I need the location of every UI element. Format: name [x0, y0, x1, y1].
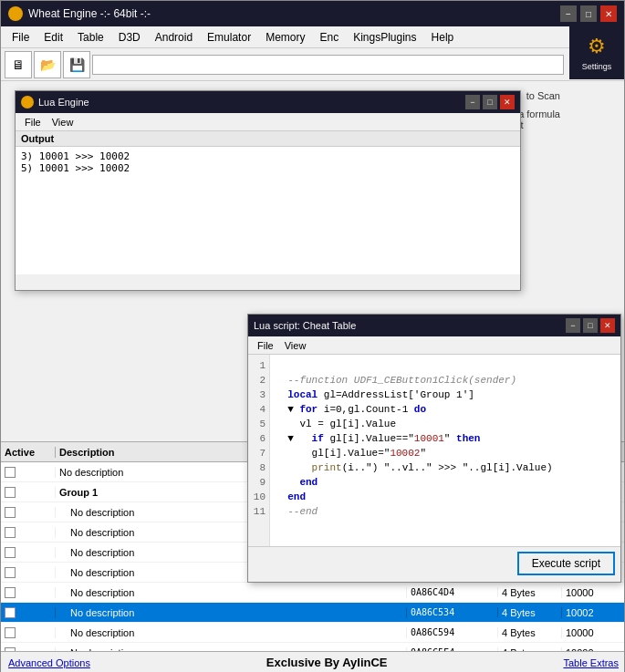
td-address: 0A86C534 — [407, 607, 498, 617]
lua-script-title-text: Lua script: Cheat Table — [254, 320, 566, 331]
lua-engine-title-text: Lua Engine — [38, 97, 465, 108]
lua-output-line-2: 5) 10001 >>> 10002 — [21, 162, 515, 174]
scan-area-right: to Scan — [526, 90, 560, 101]
maximize-button[interactable]: □ — [580, 5, 597, 22]
checkbox[interactable] — [5, 487, 16, 498]
minimize-button[interactable]: − — [560, 5, 577, 22]
lua-script-menu: File View — [248, 336, 620, 355]
menu-help[interactable]: Help — [424, 29, 462, 46]
line-numbers: 12345 67891011 — [248, 355, 270, 546]
address-bar[interactable]: 000008E0-netflix-x86_64.exe — [92, 55, 564, 75]
app-icon — [8, 6, 23, 21]
td-active — [1, 607, 56, 618]
lua-script-menu-view[interactable]: View — [279, 339, 312, 352]
window-controls: − □ ✕ — [560, 5, 617, 22]
menu-bar: File Edit Table D3D Android Emulator Mem… — [1, 26, 624, 48]
td-address: 0A86C4D4 — [407, 587, 498, 597]
center-text: Exclusive By AylinCE — [266, 656, 388, 669]
lua-engine-controls: − □ ✕ — [465, 95, 515, 109]
lua-engine-menu-file[interactable]: File — [19, 116, 47, 129]
open-button[interactable]: 📂 — [34, 51, 61, 78]
lua-engine-maximize[interactable]: □ — [483, 95, 497, 109]
td-active — [1, 587, 56, 598]
td-type: 4 Bytes — [498, 587, 562, 598]
td-active — [1, 487, 56, 498]
execute-script-button[interactable]: Execute script — [517, 552, 615, 575]
td-value: 10002 — [562, 607, 624, 618]
td-active — [1, 527, 56, 538]
checkbox[interactable] — [5, 547, 16, 558]
td-active — [1, 467, 56, 478]
td-value: 10000 — [562, 587, 624, 598]
lua-script-footer: Execute script — [248, 546, 620, 579]
close-button[interactable]: ✕ — [600, 5, 617, 22]
lua-engine-menu-view[interactable]: View — [47, 116, 79, 129]
save-button[interactable]: 💾 — [63, 51, 90, 78]
table-row[interactable]: No description 0A86C4D4 4 Bytes 10000 — [1, 583, 624, 603]
menu-memory[interactable]: Memory — [258, 29, 312, 46]
advanced-options-link[interactable]: Advanced Options — [8, 657, 90, 668]
checkbox[interactable] — [5, 567, 16, 578]
lua-script-maximize[interactable]: □ — [583, 318, 598, 333]
scan-label: to Scan — [526, 90, 560, 101]
settings-label: Settings — [582, 62, 612, 71]
main-window: Wheat Engine -:- 64bit -:- − □ ✕ File Ed… — [0, 0, 625, 672]
window-title: Wheat Engine -:- 64bit -:- — [28, 7, 560, 20]
td-description: No description — [56, 587, 407, 598]
menu-enc[interactable]: Enc — [312, 29, 346, 46]
td-description: No description — [56, 627, 407, 638]
settings-icon: ⚙ — [588, 35, 606, 58]
lua-engine-minimize[interactable]: − — [465, 95, 480, 109]
checkbox[interactable] — [5, 587, 16, 598]
td-active — [1, 567, 56, 578]
td-type: 4 Bytes — [498, 607, 562, 618]
td-value: 10000 — [562, 627, 624, 638]
lua-engine-close[interactable]: ✕ — [500, 95, 515, 109]
td-address: 0A86C594 — [407, 627, 498, 637]
td-active — [1, 627, 56, 638]
lua-output-label: Output — [16, 131, 520, 147]
main-content: Lua Engine − □ ✕ File View Output 3) 100… — [1, 81, 624, 672]
table-row-selected[interactable]: No description 0A86C534 4 Bytes 10002 — [1, 603, 624, 623]
menu-kingsplugins[interactable]: KingsPlugins — [346, 29, 423, 46]
lua-script-controls: − □ ✕ — [566, 318, 615, 333]
computer-button[interactable]: 🖥 — [5, 51, 32, 78]
lua-script-title-bar: Lua script: Cheat Table − □ ✕ — [248, 315, 620, 336]
status-bar: Advanced Options Exclusive By AylinCE Ta… — [1, 651, 624, 672]
checkbox[interactable] — [5, 467, 16, 478]
menu-edit[interactable]: Edit — [36, 29, 70, 46]
code-content: --function UDF1_CEButton1Click(sender) l… — [270, 355, 620, 546]
settings-button[interactable]: ⚙ Settings — [569, 26, 624, 79]
lua-script-minimize[interactable]: − — [566, 318, 580, 333]
td-active — [1, 507, 56, 518]
lua-output-content[interactable]: 3) 10001 >>> 10002 5) 10001 >>> 10002 — [16, 147, 520, 274]
th-active: Active — [1, 447, 56, 458]
menu-file[interactable]: File — [5, 29, 36, 46]
lua-engine-icon — [21, 96, 34, 109]
td-type: 4 Bytes — [498, 627, 562, 638]
table-row[interactable]: No description 0A86C594 4 Bytes 10000 — [1, 623, 624, 643]
lua-script-content[interactable]: 12345 67891011 --function UDF1_CEButton1… — [248, 355, 620, 546]
menu-emulator[interactable]: Emulator — [200, 29, 258, 46]
lua-script-close[interactable]: ✕ — [600, 318, 615, 333]
td-active — [1, 547, 56, 558]
menu-table[interactable]: Table — [70, 29, 111, 46]
lua-output-line-1: 3) 10001 >>> 10002 — [21, 150, 515, 162]
table-row[interactable]: No description 0A86C5F4 4 Bytes 10000 — [1, 643, 624, 651]
lua-script-menu-file[interactable]: File — [252, 339, 279, 352]
table-extras-link[interactable]: Table Extras — [563, 657, 619, 668]
lua-engine-window: Lua Engine − □ ✕ File View Output 3) 100… — [15, 90, 521, 291]
lua-script-window: Lua script: Cheat Table − □ ✕ File View … — [247, 314, 621, 583]
lua-engine-title-bar: Lua Engine − □ ✕ — [16, 91, 520, 113]
checkbox[interactable] — [5, 507, 16, 518]
checkbox[interactable] — [5, 527, 16, 538]
lua-engine-menu: File View — [16, 113, 520, 131]
toolbar: 🖥 📂 💾 000008E0-netflix-x86_64.exe — [1, 48, 624, 81]
menu-android[interactable]: Android — [148, 29, 200, 46]
td-description: No description — [56, 607, 407, 618]
checkbox[interactable] — [5, 627, 16, 638]
checkbox[interactable] — [5, 607, 16, 618]
menu-d3d[interactable]: D3D — [111, 29, 148, 46]
title-bar: Wheat Engine -:- 64bit -:- − □ ✕ — [1, 1, 624, 26]
